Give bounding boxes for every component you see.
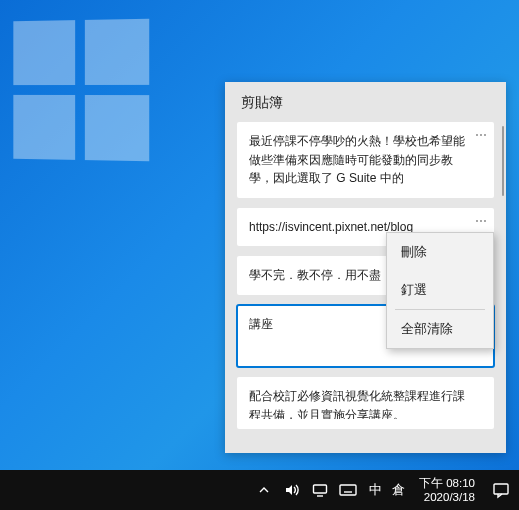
windows-logo bbox=[13, 19, 149, 162]
system-tray bbox=[255, 481, 363, 499]
svg-rect-3 bbox=[340, 485, 356, 495]
menu-clear-all[interactable]: 全部清除 bbox=[387, 310, 493, 348]
clipboard-item[interactable]: 配合校訂必修資訊視覺化統整課程進行課程共備，並且實施分享講座。 bbox=[237, 377, 494, 429]
scrollbar-thumb[interactable] bbox=[502, 126, 504, 196]
more-icon[interactable]: ⋯ bbox=[475, 214, 488, 228]
touch-keyboard-icon[interactable] bbox=[339, 481, 357, 499]
svg-marker-0 bbox=[286, 485, 292, 495]
clipboard-item-text: 配合校訂必修資訊視覺化統整課程進行課程共備，並且實施分享講座。 bbox=[249, 387, 482, 419]
menu-delete[interactable]: 刪除 bbox=[387, 233, 493, 271]
clipboard-item[interactable]: ⋯ 最近停課不停學吵的火熱！學校也希望能做些準備來因應隨時可能發動的同步教學，因… bbox=[237, 122, 494, 198]
action-center-icon[interactable] bbox=[483, 470, 519, 510]
svg-rect-9 bbox=[494, 484, 508, 494]
taskbar: 中 倉 下午 08:10 2020/3/18 bbox=[0, 470, 519, 510]
project-icon[interactable] bbox=[311, 481, 329, 499]
clock-date: 2020/3/18 bbox=[419, 490, 475, 504]
desktop: 剪貼簿 ⋯ 最近停課不停學吵的火熱！學校也希望能做些準備來因應隨時可能發動的同步… bbox=[0, 0, 519, 510]
flyout-title: 剪貼簿 bbox=[225, 82, 506, 122]
taskbar-clock[interactable]: 下午 08:10 2020/3/18 bbox=[411, 476, 483, 505]
more-icon[interactable]: ⋯ bbox=[475, 128, 488, 142]
clipboard-item-text: 最近停課不停學吵的火熱！學校也希望能做些準備來因應隨時可能發動的同步教學，因此選… bbox=[249, 132, 482, 188]
clock-time: 下午 08:10 bbox=[419, 476, 475, 490]
context-menu: 刪除 釘選 全部清除 bbox=[386, 232, 494, 349]
ime-mode: 倉 bbox=[392, 481, 405, 499]
menu-pin[interactable]: 釘選 bbox=[387, 271, 493, 309]
ime-indicator[interactable]: 中 倉 bbox=[363, 481, 411, 499]
volume-icon[interactable] bbox=[283, 481, 301, 499]
tray-overflow-chevron-icon[interactable] bbox=[255, 481, 273, 499]
svg-rect-1 bbox=[314, 485, 327, 493]
ime-lang: 中 bbox=[369, 481, 382, 499]
